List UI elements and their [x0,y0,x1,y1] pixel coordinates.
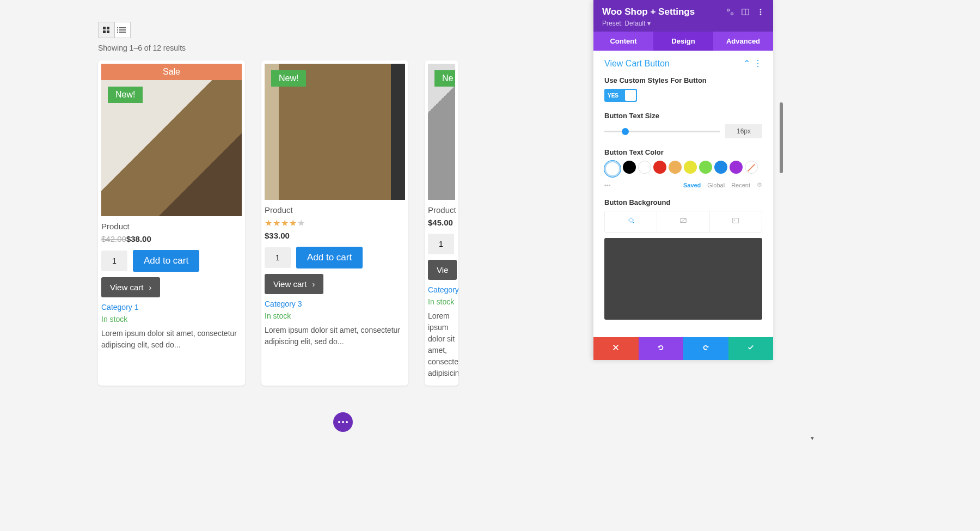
quantity-input[interactable] [265,247,291,268]
color-tab-global[interactable]: Global [707,182,725,188]
slider-thumb[interactable] [622,128,629,135]
svg-rect-0 [727,9,730,11]
color-swatch[interactable] [699,161,712,174]
category-link[interactable]: Category [428,285,455,294]
category-link[interactable]: Category 1 [101,303,242,312]
add-to-cart-button[interactable]: Add to cart [133,250,199,272]
close-button[interactable] [593,337,639,360]
product-image[interactable]: New! [265,64,405,200]
color-swatch[interactable] [653,161,666,174]
view-cart-button[interactable]: View cart› [265,274,323,294]
category-link[interactable]: Category 3 [265,300,405,308]
color-swatch[interactable] [714,161,727,174]
color-palette [604,161,762,177]
dropdown-arrow-icon[interactable]: ▼ [810,435,815,441]
view-cart-button[interactable]: View cart› [101,277,160,297]
svg-point-10 [734,219,736,221]
section-title[interactable]: View Cart Button [604,59,670,69]
toggle-knob [625,90,636,101]
stock-status: In stock [428,297,455,306]
color-swatch-none[interactable] [745,161,758,174]
text-color-label: Button Text Color [604,148,762,156]
stock-status: In stock [101,315,242,324]
module-fab[interactable] [333,412,353,432]
save-button[interactable] [728,337,774,360]
redo-icon [702,344,709,351]
text-size-slider[interactable] [604,131,720,132]
background-label: Button Background [604,198,762,206]
product-image[interactable]: New! [101,80,242,216]
product-title[interactable]: Product [265,205,405,215]
svg-point-5 [760,11,762,13]
gradient-icon [679,217,687,224]
undo-button[interactable] [639,337,684,360]
tab-advanced[interactable]: Advanced [713,32,773,51]
new-badge: New! [108,87,143,103]
chevron-right-icon: › [312,279,315,289]
product-card: Ne Product $45.00 Vie Category In stock … [425,60,458,386]
old-price: $42.00 [101,234,126,243]
expand-icon[interactable] [726,8,734,16]
bg-tab-color[interactable] [605,211,657,232]
product-title[interactable]: Product [101,222,242,231]
toggle-yes-label: YES [604,93,618,99]
list-icon [119,27,126,33]
current-price: $45.00 [428,218,453,227]
more-icon[interactable]: ••• [604,182,611,188]
bg-tab-gradient[interactable] [657,211,709,232]
preset-selector[interactable]: Preset: Default ▾ [602,20,764,27]
chevron-right-icon: › [149,283,151,292]
panel-footer [593,337,773,360]
add-to-cart-button[interactable]: Add to cart [296,247,363,268]
color-tab-saved[interactable]: Saved [683,182,701,188]
kebab-icon[interactable]: ⋮ [754,58,762,69]
product-description: Lorem ipsum dolor sit amet, consectetur … [101,328,242,351]
text-size-label: Button Text Size [604,112,762,120]
view-cart-label: View cart [273,279,307,289]
tab-content[interactable]: Content [593,32,653,51]
new-badge: Ne [434,70,455,87]
color-swatch[interactable] [638,161,651,174]
dots-icon [338,421,348,423]
svg-rect-9 [733,218,739,223]
settings-panel: Woo Shop + Settings Preset: Default ▾ Co… [593,0,773,360]
view-cart-label: View cart [110,283,143,292]
custom-styles-toggle[interactable]: YES [604,89,637,102]
custom-styles-label: Use Custom Styles For Button [604,76,762,84]
scrollbar-thumb[interactable] [780,102,783,173]
tab-design[interactable]: Design [653,32,713,51]
stock-status: In stock [265,312,405,320]
color-swatch-current[interactable] [604,161,621,177]
quantity-input[interactable] [101,251,127,271]
background-preview[interactable] [604,238,762,320]
grid-view-button[interactable] [98,22,114,38]
list-view-button[interactable] [114,22,131,38]
kebab-icon[interactable] [757,8,764,16]
product-card: New! Product ★★★★★ $33.00 Add to cart Vi… [261,60,408,386]
snap-icon[interactable] [742,8,749,16]
undo-icon [657,344,665,351]
sale-badge: Sale [101,64,242,80]
color-swatch[interactable] [669,161,682,174]
svg-point-4 [760,9,762,10]
current-price: $33.00 [265,231,290,240]
product-description: Lorem ipsum dolor sit amet, consectetur … [265,325,405,347]
product-description: Lorem ipsum dolor sit amet, consectetur … [428,310,455,379]
product-title[interactable]: Product [428,205,455,215]
check-icon [747,344,755,351]
redo-button[interactable] [683,337,728,360]
gear-icon[interactable]: ⚙ [757,181,762,188]
svg-point-7 [633,222,634,223]
color-swatch[interactable] [730,161,743,174]
text-size-value[interactable]: 16px [725,124,762,138]
fill-icon [627,217,635,224]
close-icon [612,344,620,351]
chevron-up-icon[interactable]: ⌃ [743,58,750,69]
color-swatch[interactable] [623,161,636,174]
color-tab-recent[interactable]: Recent [731,182,750,188]
color-swatch[interactable] [684,161,697,174]
bg-tab-image[interactable] [710,211,762,232]
quantity-input[interactable] [428,234,454,254]
product-image[interactable]: Ne [428,64,455,200]
view-cart-button[interactable]: Vie [428,260,457,280]
